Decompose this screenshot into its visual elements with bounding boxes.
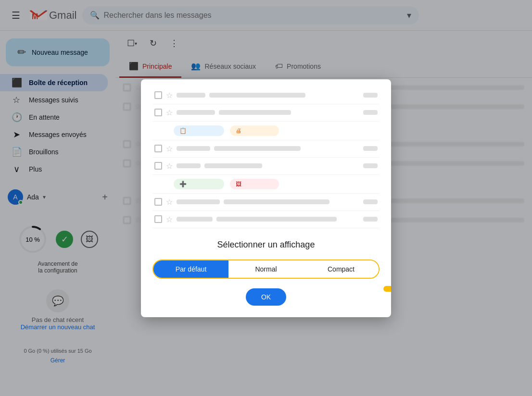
preview-star-2: ☆: [166, 108, 173, 117]
modal-email-preview: ☆ ☆ 📋 🖨: [141, 79, 391, 228]
preview-bar-subject-2: [219, 110, 291, 115]
preview-checkbox-1: [154, 91, 162, 99]
chip-photos: ➕: [174, 179, 224, 189]
email-category-row-2: ➕ 🖼: [152, 175, 380, 194]
view-selector: Par défaut Normal Compact: [152, 260, 380, 279]
ok-button[interactable]: OK: [246, 288, 286, 306]
email-preview-row-6: ☆: [152, 211, 380, 228]
preview-checkbox-6: [154, 215, 162, 223]
modal-select-section: Sélectionner un affichage Par défaut Nor…: [141, 228, 391, 317]
yellow-arrow-svg: [377, 272, 391, 306]
chip-documents: 📋: [174, 125, 224, 136]
preview-bar-sender-4: [177, 163, 201, 168]
preview-bar-sender-1: [177, 93, 205, 98]
preview-bar-date-4: [363, 163, 378, 168]
preview-star-1: ☆: [166, 91, 173, 100]
preview-bar-date-1: [363, 93, 378, 98]
view-option-compact[interactable]: Compact: [304, 260, 379, 278]
display-selector-modal: ☆ ☆ 📋 🖨: [141, 79, 391, 317]
photos-chip-icon: ➕: [179, 181, 187, 187]
modal-overlay: ☆ ☆ 📋 🖨: [0, 0, 532, 396]
email-preview-row-4: ☆: [152, 158, 380, 175]
view-option-default[interactable]: Par défaut: [153, 260, 228, 278]
email-preview-row-1: ☆: [152, 87, 380, 104]
documents-chip-icon: 📋: [179, 127, 187, 134]
preview-checkbox-4: [154, 162, 162, 170]
preview-bar-subject-6: [216, 217, 337, 222]
preview-bar-date-6: [363, 217, 378, 222]
albums-chip-icon: 🖼: [236, 181, 241, 187]
preview-star-6: ☆: [166, 215, 173, 224]
factures-chip-icon: 🖨: [236, 127, 241, 134]
preview-star-3: ☆: [166, 144, 173, 153]
preview-checkbox-5: [154, 198, 162, 206]
preview-bar-sender-2: [177, 110, 215, 115]
preview-star-4: ☆: [166, 161, 173, 171]
yellow-arrow-indicator: [377, 272, 391, 308]
modal-title: Sélectionner un affichage: [152, 240, 380, 250]
email-preview-row-2: ☆: [152, 104, 380, 122]
preview-checkbox-2: [154, 109, 162, 116]
email-preview-row-5: ☆: [152, 194, 380, 211]
preview-checkbox-3: [154, 145, 162, 152]
preview-star-5: ☆: [166, 198, 173, 207]
preview-bar-subject-1: [209, 93, 305, 98]
view-option-normal[interactable]: Normal: [228, 260, 304, 278]
preview-bar-subject-4: [204, 163, 262, 168]
preview-bar-subject-5: [224, 199, 329, 204]
chip-factures: 🖨: [230, 125, 279, 136]
email-preview-row-3: ☆: [152, 140, 380, 158]
chip-albums: 🖼: [230, 179, 279, 189]
preview-bar-sender-5: [177, 199, 220, 204]
preview-bar-date-3: [363, 146, 378, 151]
email-category-row-1: 📋 🖨: [152, 122, 380, 140]
preview-bar-subject-3: [214, 146, 301, 151]
preview-bar-sender-3: [177, 146, 210, 151]
preview-bar-sender-6: [177, 217, 213, 222]
preview-bar-date-2: [363, 110, 378, 115]
preview-bar-date-5: [363, 199, 378, 204]
